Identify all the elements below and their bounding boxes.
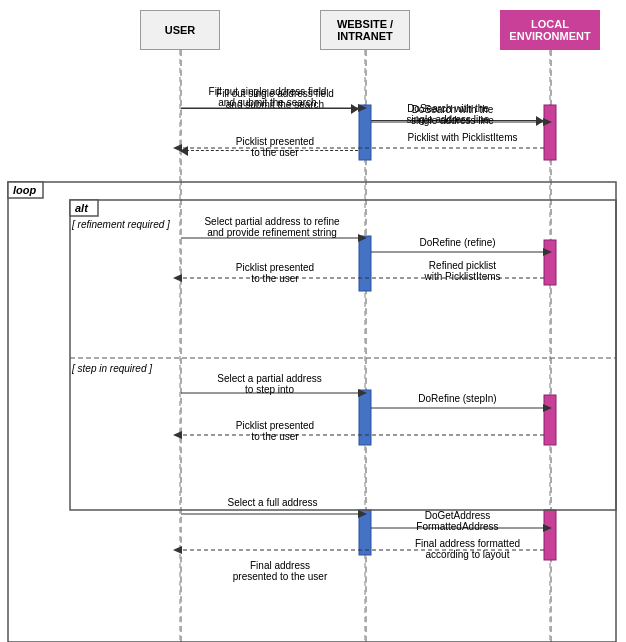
label-m14: Final addresspresented to the user [215, 560, 345, 582]
svg-rect-19 [70, 200, 616, 510]
label-m3: Picklist presentedto the user [215, 136, 335, 158]
actor-user: USER [140, 10, 220, 50]
loop-label: loop [10, 183, 39, 197]
label-m6: DoRefine (refine) [385, 237, 530, 248]
guard-step-in: [ step in required ] [72, 363, 152, 374]
activation-local-1 [544, 105, 556, 160]
label-m15: Final address formattedaccording to layo… [390, 538, 545, 560]
label-m13: DoGetAddressFormattedAddress [380, 510, 535, 532]
label-m4: Picklist with PicklistItems [390, 132, 535, 143]
label-m7: Picklist presentedto the user [215, 262, 335, 284]
label-m8: Refined picklistwith PicklistItems [390, 260, 535, 282]
activation-website-1 [359, 105, 371, 160]
label-m9: Select a partial addressto step into [192, 373, 347, 395]
actor-local-label: LOCALENVIRONMENT [509, 18, 590, 42]
label-m2: DoSearch with thesingle address line [375, 104, 530, 126]
guard-refinement: [ refinement required ] [72, 219, 170, 230]
lifeline-user [180, 50, 182, 642]
label-m1: Fill out single address fieldand submit … [190, 86, 345, 108]
label-m10: DoRefine (stepIn) [385, 393, 530, 404]
actor-website: WEBSITE /INTRANET [320, 10, 410, 50]
actor-user-label: USER [165, 24, 196, 36]
actor-local: LOCALENVIRONMENT [500, 10, 600, 50]
label-m5: Select partial address to refineand prov… [192, 216, 352, 238]
alt-label: alt [72, 201, 91, 215]
actor-website-label: WEBSITE /INTRANET [337, 18, 393, 42]
label-m11: Picklist presentedto the user [215, 420, 335, 442]
sequence-diagram: USER WEBSITE /INTRANET LOCALENVIRONMENT … [0, 0, 626, 642]
label-m12: Select a full address [200, 497, 345, 508]
